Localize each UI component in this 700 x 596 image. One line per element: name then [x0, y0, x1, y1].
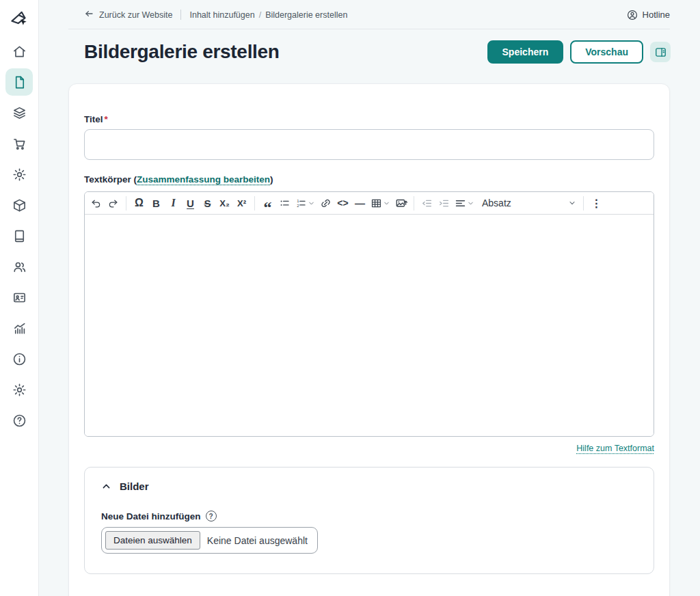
breadcrumb: Inhalt hinzufügen / Bildergalerie erstel… [189, 10, 347, 20]
choose-files-button[interactable]: Dateien auswählen [105, 531, 200, 550]
logo-icon [8, 8, 31, 31]
more-options-button[interactable]: ⋮ [588, 194, 605, 213]
home-icon [12, 44, 27, 59]
save-button[interactable]: Speichern [487, 40, 564, 64]
omega-icon: Ω [135, 197, 144, 209]
sidebar-item-contacts[interactable] [5, 284, 33, 311]
subscript-icon: X₂ [219, 198, 229, 208]
sidebar-item-analytics[interactable] [5, 314, 33, 342]
link-button[interactable] [317, 194, 334, 213]
title-label-text: Titel [84, 114, 103, 124]
numbered-list-button[interactable]: 1 2 [293, 194, 317, 213]
paren-close: ) [270, 174, 273, 185]
header-actions: Speichern Vorschau [487, 40, 671, 64]
chevron-down-icon [383, 200, 390, 207]
chevron-down-icon [308, 200, 315, 207]
insert-table-button[interactable] [368, 194, 392, 213]
blockquote-button[interactable]: “ [259, 194, 276, 213]
underline-icon: U [187, 198, 194, 209]
strikethrough-icon: S [204, 198, 211, 209]
file-upload-widget: Dateien auswählen Keine Datei ausgewählt [101, 527, 318, 554]
sidebar-item-layers[interactable] [5, 99, 33, 126]
chevron-down-icon [467, 200, 474, 207]
edit-summary-link[interactable]: Zusammenfassung bearbeiten [137, 174, 270, 185]
body-field-label: Textkörper (Zusammenfassung bearbeiten) [84, 174, 654, 185]
toolbar-divider [414, 196, 414, 211]
paragraph-style-value: Absatz [482, 198, 568, 208]
images-section-toggle[interactable]: Bilder [101, 480, 149, 492]
cart-icon [12, 136, 27, 152]
source-code-button[interactable]: <> [334, 194, 351, 213]
layout-panel-icon [654, 46, 667, 59]
bold-icon: B [152, 198, 160, 209]
outdent-button[interactable] [418, 194, 435, 213]
strikethrough-button[interactable]: S [199, 194, 216, 213]
bulleted-list-button[interactable] [276, 194, 293, 213]
title-input[interactable] [84, 129, 654, 160]
back-arrow-icon [84, 10, 94, 20]
layers-icon [12, 105, 27, 121]
field-help-icon[interactable]: ? [206, 511, 217, 522]
images-section-title: Bilder [120, 480, 149, 492]
preview-button[interactable]: Vorschau [570, 40, 643, 64]
link-icon [320, 198, 332, 209]
italic-icon: I [171, 197, 175, 209]
required-mark: * [105, 114, 108, 124]
sidebar-item-people[interactable] [5, 253, 33, 280]
back-to-website-link[interactable]: Zurück zur Website [84, 10, 172, 20]
sidebar-item-content[interactable] [5, 68, 33, 96]
richtext-editor: Ω B I U S X₂ X² “ 1 [84, 191, 654, 437]
editor-content-area[interactable] [85, 215, 654, 436]
body-label-text: Textkörper [84, 174, 131, 185]
special-characters-button[interactable]: Ω [131, 194, 148, 213]
text-format-help-link[interactable]: Hilfe zum Textformat [576, 444, 654, 453]
code-icon: <> [337, 198, 348, 208]
title-field-label: Titel* [84, 114, 654, 124]
svg-text:2: 2 [297, 203, 299, 207]
page-title: Bildergalerie erstellen [84, 41, 280, 63]
sidebar-item-help[interactable] [5, 407, 33, 434]
help-icon [12, 413, 27, 429]
hotline-link[interactable]: Hotline [626, 9, 670, 21]
alignment-button[interactable] [453, 194, 476, 213]
sidebar-item-home[interactable] [5, 38, 33, 65]
sidebar-item-configuration[interactable] [5, 376, 33, 403]
redo-button[interactable] [105, 194, 122, 213]
horizontal-rule-button[interactable]: — [351, 194, 368, 213]
bold-button[interactable]: B [148, 194, 165, 213]
sidebar-item-package[interactable] [5, 191, 33, 219]
sidebar-item-book[interactable] [5, 222, 33, 249]
format-help-row: Hilfe zum Textformat [84, 444, 654, 453]
undo-button[interactable] [88, 194, 105, 213]
breadcrumb-current: Bildergalerie erstellen [265, 10, 347, 20]
redo-icon [107, 198, 119, 209]
toolbar-divider [583, 196, 584, 211]
indent-icon [438, 198, 450, 209]
file-upload-label-row: Neue Datei hinzufügen ? [101, 511, 637, 522]
insert-image-button[interactable] [392, 194, 409, 213]
breadcrumb-separator: / [259, 10, 261, 20]
underline-button[interactable]: U [182, 194, 199, 213]
image-upload-icon [395, 197, 407, 209]
toolbar-divider [254, 196, 255, 211]
gear-icon [12, 382, 27, 398]
indent-button[interactable] [435, 194, 453, 213]
toolbar-divider [126, 196, 126, 211]
subscript-button[interactable]: X₂ [216, 194, 233, 213]
sidebar-panel-toggle[interactable] [650, 42, 671, 62]
italic-button[interactable]: I [165, 194, 182, 213]
node-form-card: Titel* Textkörper (Zusammenfassung bearb… [68, 83, 670, 596]
superscript-button[interactable]: X² [233, 194, 250, 213]
breadcrumb-parent-link[interactable]: Inhalt hinzufügen [189, 10, 254, 20]
paragraph-style-dropdown[interactable]: Absatz [476, 194, 579, 213]
app-logo[interactable] [4, 4, 34, 34]
sidebar-item-cart[interactable] [5, 130, 33, 157]
hotline-label: Hotline [643, 10, 670, 20]
breadcrumb-divider [180, 10, 181, 20]
more-options-icon: ⋮ [591, 197, 602, 210]
file-upload-status: Keine Datei ausgewählt [207, 535, 308, 546]
file-icon [12, 74, 27, 90]
sidebar-item-settings[interactable] [5, 161, 33, 188]
sidebar-item-info[interactable] [5, 345, 33, 372]
back-label: Zurück zur Website [99, 10, 172, 20]
